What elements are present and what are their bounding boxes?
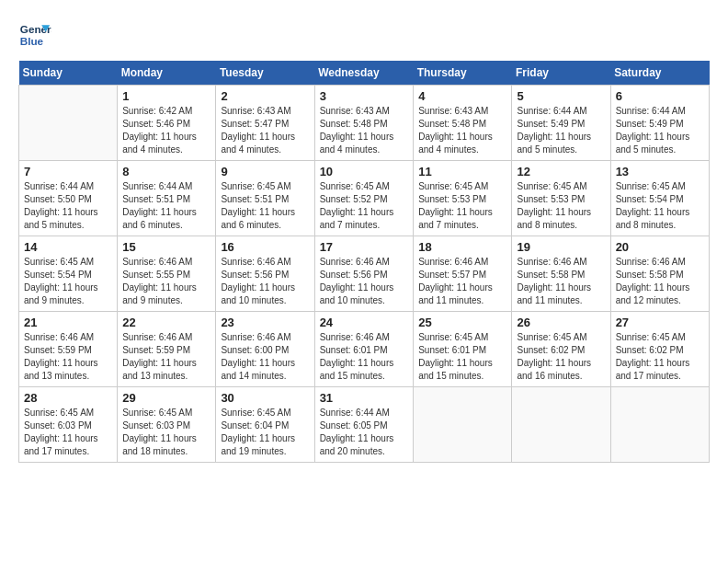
calendar-cell xyxy=(19,86,118,161)
day-info: Sunrise: 6:45 AM Sunset: 6:03 PM Dayligh… xyxy=(122,407,210,458)
calendar-cell: 2Sunrise: 6:43 AM Sunset: 5:47 PM Daylig… xyxy=(216,86,314,161)
day-info: Sunrise: 6:46 AM Sunset: 5:56 PM Dayligh… xyxy=(221,256,309,307)
calendar-table: SundayMondayTuesdayWednesdayThursdayFrid… xyxy=(18,61,710,463)
day-number: 17 xyxy=(320,240,409,254)
day-number: 30 xyxy=(221,391,309,405)
week-row-4: 21Sunrise: 6:46 AM Sunset: 5:59 PM Dayli… xyxy=(19,312,710,387)
calendar-cell: 17Sunrise: 6:46 AM Sunset: 5:56 PM Dayli… xyxy=(314,236,414,312)
day-number: 12 xyxy=(517,165,605,178)
day-info: Sunrise: 6:46 AM Sunset: 5:58 PM Dayligh… xyxy=(616,256,704,307)
day-number: 25 xyxy=(418,316,506,329)
day-number: 16 xyxy=(221,240,309,254)
day-number: 8 xyxy=(122,165,210,178)
day-info: Sunrise: 6:43 AM Sunset: 5:48 PM Dayligh… xyxy=(320,105,409,156)
weekday-sunday: Sunday xyxy=(19,61,118,86)
day-number: 23 xyxy=(221,316,309,329)
day-info: Sunrise: 6:45 AM Sunset: 5:52 PM Dayligh… xyxy=(320,180,409,232)
day-number: 9 xyxy=(221,165,309,178)
day-info: Sunrise: 6:45 AM Sunset: 5:54 PM Dayligh… xyxy=(24,256,112,307)
weekday-friday: Friday xyxy=(512,61,610,86)
day-number: 7 xyxy=(24,165,112,178)
calendar-cell xyxy=(610,387,709,463)
day-number: 11 xyxy=(418,165,506,178)
weekday-thursday: Thursday xyxy=(414,61,512,86)
day-info: Sunrise: 6:45 AM Sunset: 6:02 PM Dayligh… xyxy=(616,331,704,383)
day-number: 6 xyxy=(616,89,704,103)
calendar-cell: 6Sunrise: 6:44 AM Sunset: 5:49 PM Daylig… xyxy=(610,86,709,161)
svg-text:Blue: Blue xyxy=(20,35,44,47)
week-row-1: 1Sunrise: 6:42 AM Sunset: 5:46 PM Daylig… xyxy=(19,86,710,161)
calendar-cell: 4Sunrise: 6:43 AM Sunset: 5:48 PM Daylig… xyxy=(414,86,512,161)
day-info: Sunrise: 6:43 AM Sunset: 5:48 PM Dayligh… xyxy=(418,105,506,156)
day-number: 19 xyxy=(517,240,605,254)
logo: General Blue xyxy=(18,18,55,52)
calendar-cell: 21Sunrise: 6:46 AM Sunset: 5:59 PM Dayli… xyxy=(19,312,118,387)
weekday-tuesday: Tuesday xyxy=(216,61,314,86)
calendar-cell: 15Sunrise: 6:46 AM Sunset: 5:55 PM Dayli… xyxy=(118,236,216,312)
day-number: 31 xyxy=(320,391,409,405)
calendar-cell: 30Sunrise: 6:45 AM Sunset: 6:04 PM Dayli… xyxy=(216,387,314,463)
page-header: General Blue xyxy=(18,18,710,52)
day-number: 3 xyxy=(320,89,409,103)
calendar-cell: 25Sunrise: 6:45 AM Sunset: 6:01 PM Dayli… xyxy=(414,312,512,387)
day-info: Sunrise: 6:44 AM Sunset: 5:51 PM Dayligh… xyxy=(122,180,210,232)
calendar-cell: 26Sunrise: 6:45 AM Sunset: 6:02 PM Dayli… xyxy=(512,312,610,387)
day-info: Sunrise: 6:45 AM Sunset: 5:53 PM Dayligh… xyxy=(517,180,605,232)
calendar-cell: 3Sunrise: 6:43 AM Sunset: 5:48 PM Daylig… xyxy=(314,86,414,161)
day-number: 24 xyxy=(320,316,409,329)
day-number: 13 xyxy=(616,165,704,178)
calendar-cell: 5Sunrise: 6:44 AM Sunset: 5:49 PM Daylig… xyxy=(512,86,610,161)
calendar-cell: 31Sunrise: 6:44 AM Sunset: 6:05 PM Dayli… xyxy=(314,387,414,463)
day-info: Sunrise: 6:43 AM Sunset: 5:47 PM Dayligh… xyxy=(221,105,309,156)
logo-icon: General Blue xyxy=(18,18,51,52)
day-info: Sunrise: 6:45 AM Sunset: 5:51 PM Dayligh… xyxy=(221,180,309,232)
calendar-cell: 11Sunrise: 6:45 AM Sunset: 5:53 PM Dayli… xyxy=(414,161,512,236)
day-number: 18 xyxy=(418,240,506,254)
day-info: Sunrise: 6:44 AM Sunset: 5:49 PM Dayligh… xyxy=(517,105,605,156)
calendar-cell: 20Sunrise: 6:46 AM Sunset: 5:58 PM Dayli… xyxy=(610,236,709,312)
day-number: 5 xyxy=(517,89,605,103)
calendar-cell: 27Sunrise: 6:45 AM Sunset: 6:02 PM Dayli… xyxy=(610,312,709,387)
day-number: 28 xyxy=(24,391,112,405)
calendar-cell: 29Sunrise: 6:45 AM Sunset: 6:03 PM Dayli… xyxy=(118,387,216,463)
day-number: 10 xyxy=(320,165,409,178)
day-number: 27 xyxy=(616,316,704,329)
weekday-header-row: SundayMondayTuesdayWednesdayThursdayFrid… xyxy=(19,61,710,86)
weekday-saturday: Saturday xyxy=(610,61,709,86)
calendar-cell: 24Sunrise: 6:46 AM Sunset: 6:01 PM Dayli… xyxy=(314,312,414,387)
calendar-cell: 1Sunrise: 6:42 AM Sunset: 5:46 PM Daylig… xyxy=(118,86,216,161)
day-number: 14 xyxy=(24,240,112,254)
calendar-cell: 7Sunrise: 6:44 AM Sunset: 5:50 PM Daylig… xyxy=(19,161,118,236)
day-number: 26 xyxy=(517,316,605,329)
weekday-wednesday: Wednesday xyxy=(314,61,414,86)
day-number: 2 xyxy=(221,89,309,103)
day-number: 29 xyxy=(122,391,210,405)
day-info: Sunrise: 6:46 AM Sunset: 5:59 PM Dayligh… xyxy=(122,331,210,383)
calendar-cell: 10Sunrise: 6:45 AM Sunset: 5:52 PM Dayli… xyxy=(314,161,414,236)
day-number: 22 xyxy=(122,316,210,329)
day-info: Sunrise: 6:46 AM Sunset: 6:01 PM Dayligh… xyxy=(320,331,409,383)
day-info: Sunrise: 6:45 AM Sunset: 6:01 PM Dayligh… xyxy=(418,331,506,383)
calendar-cell: 28Sunrise: 6:45 AM Sunset: 6:03 PM Dayli… xyxy=(19,387,118,463)
day-info: Sunrise: 6:45 AM Sunset: 5:53 PM Dayligh… xyxy=(418,180,506,232)
day-number: 20 xyxy=(616,240,704,254)
calendar-cell xyxy=(414,387,512,463)
day-info: Sunrise: 6:46 AM Sunset: 6:00 PM Dayligh… xyxy=(221,331,309,383)
calendar-cell xyxy=(512,387,610,463)
day-info: Sunrise: 6:46 AM Sunset: 5:59 PM Dayligh… xyxy=(24,331,112,383)
day-info: Sunrise: 6:46 AM Sunset: 5:58 PM Dayligh… xyxy=(517,256,605,307)
day-info: Sunrise: 6:46 AM Sunset: 5:56 PM Dayligh… xyxy=(320,256,409,307)
day-info: Sunrise: 6:45 AM Sunset: 5:54 PM Dayligh… xyxy=(616,180,704,232)
week-row-5: 28Sunrise: 6:45 AM Sunset: 6:03 PM Dayli… xyxy=(19,387,710,463)
calendar-cell: 9Sunrise: 6:45 AM Sunset: 5:51 PM Daylig… xyxy=(216,161,314,236)
day-info: Sunrise: 6:45 AM Sunset: 6:02 PM Dayligh… xyxy=(517,331,605,383)
day-number: 21 xyxy=(24,316,112,329)
calendar-cell: 18Sunrise: 6:46 AM Sunset: 5:57 PM Dayli… xyxy=(414,236,512,312)
day-info: Sunrise: 6:42 AM Sunset: 5:46 PM Dayligh… xyxy=(122,105,210,156)
calendar-cell: 13Sunrise: 6:45 AM Sunset: 5:54 PM Dayli… xyxy=(610,161,709,236)
calendar-cell: 22Sunrise: 6:46 AM Sunset: 5:59 PM Dayli… xyxy=(118,312,216,387)
calendar-cell: 19Sunrise: 6:46 AM Sunset: 5:58 PM Dayli… xyxy=(512,236,610,312)
week-row-3: 14Sunrise: 6:45 AM Sunset: 5:54 PM Dayli… xyxy=(19,236,710,312)
day-number: 1 xyxy=(122,89,210,103)
day-info: Sunrise: 6:44 AM Sunset: 5:49 PM Dayligh… xyxy=(616,105,704,156)
